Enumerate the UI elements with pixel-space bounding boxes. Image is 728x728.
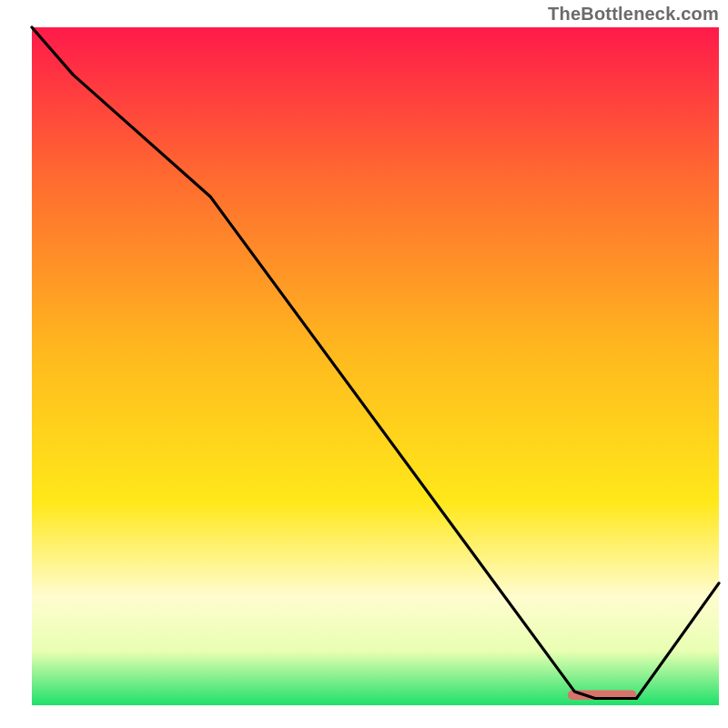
watermark-text: TheBottleneck.com: [548, 4, 719, 25]
chart-svg: [0, 0, 728, 728]
chart-stage: TheBottleneck.com: [0, 0, 728, 728]
